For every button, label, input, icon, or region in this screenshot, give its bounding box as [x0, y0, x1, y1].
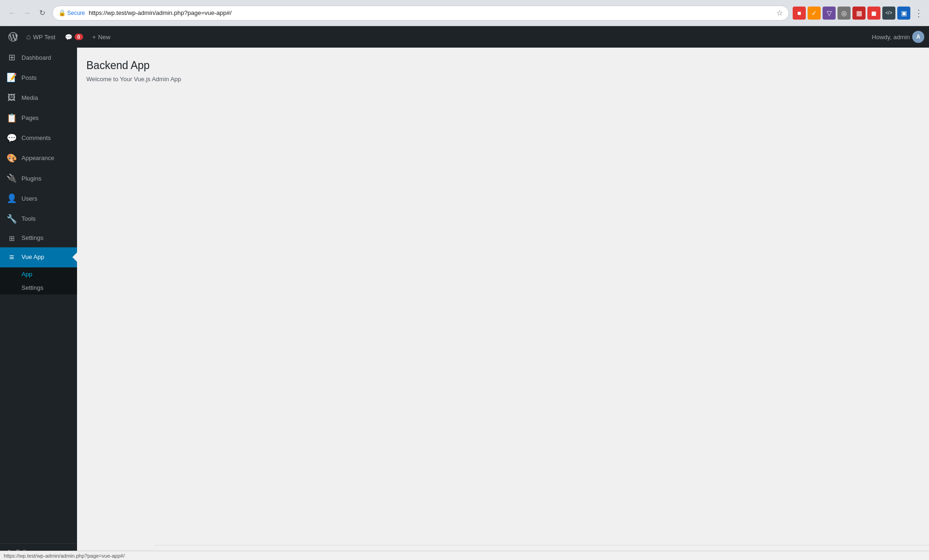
sidebar-item-appearance[interactable]: 🎨 Appearance — [0, 148, 77, 168]
wp-wrapper: ⊞ Dashboard 📝 Posts 🖼 Media 📋 Pages 💬 Co… — [0, 48, 929, 560]
admin-bar-right: Howdy, admin A — [872, 31, 924, 43]
sidebar-item-label: Plugins — [21, 175, 72, 183]
media-icon: 🖼 — [7, 92, 17, 104]
sidebar-item-plugins[interactable]: 🔌 Plugins — [0, 168, 77, 189]
comment-icon: 💬 — [65, 34, 72, 41]
plugins-icon: 🔌 — [7, 173, 17, 184]
subitem-settings-label: Settings — [21, 284, 43, 291]
sidebar-submenu-vue-app: App Settings — [0, 267, 77, 294]
ext-btn-4[interactable]: ◎ — [838, 7, 851, 20]
address-bar[interactable]: 🔒 Secure https://wp.test/wp-admin/admin.… — [52, 6, 789, 21]
ext-btn-1[interactable]: ■ — [793, 7, 806, 20]
admin-bar-site[interactable]: ⌂ WP Test — [21, 26, 60, 48]
sidebar-item-label: Settings — [21, 234, 72, 242]
sidebar-item-label: Comments — [21, 134, 72, 142]
sidebar-item-posts[interactable]: 📝 Posts — [0, 68, 77, 88]
plus-icon: + — [92, 34, 96, 41]
ext-btn-7[interactable]: </> — [882, 7, 895, 20]
comments-count: 0 — [75, 34, 83, 40]
howdy-text: Howdy, admin — [872, 34, 910, 41]
wp-sidebar: ⊞ Dashboard 📝 Posts 🖼 Media 📋 Pages 💬 Co… — [0, 48, 77, 560]
settings-icon: ⊞ — [7, 233, 17, 243]
new-label: New — [98, 34, 110, 41]
back-button[interactable]: ← — [6, 7, 19, 20]
sidebar-item-vue-app-label: Vue App — [21, 253, 72, 261]
browser-status-bar: https://wp.test/wp-admin/admin.php?page=… — [0, 551, 929, 560]
browser-extensions: ■ ✓ ▽ ◎ ▦ ◼ </> ▣ ⋮ — [793, 7, 923, 20]
url-text: https://wp.test/wp-admin/admin.php?page=… — [89, 9, 773, 16]
sidebar-item-comments[interactable]: 💬 Comments — [0, 128, 77, 148]
browser-menu-button[interactable]: ⋮ — [914, 7, 923, 19]
admin-bar-comments[interactable]: 💬 0 — [60, 26, 88, 48]
sidebar-subitem-settings[interactable]: Settings — [0, 281, 77, 294]
sidebar-item-label: Appearance — [21, 154, 72, 162]
subitem-app-label: App — [21, 271, 32, 278]
tools-icon: 🔧 — [7, 213, 17, 225]
status-url: https://wp.test/wp-admin/admin.php?page=… — [4, 553, 125, 559]
sidebar-item-label: Dashboard — [21, 54, 72, 62]
sidebar-item-users[interactable]: 👤 Users — [0, 189, 77, 209]
sidebar-item-label: Pages — [21, 114, 72, 122]
posts-icon: 📝 — [7, 72, 17, 84]
sidebar-item-tools[interactable]: 🔧 Tools — [0, 209, 77, 229]
sidebar-item-label: Tools — [21, 215, 72, 223]
sidebar-item-pages[interactable]: 📋 Pages — [0, 108, 77, 128]
lock-icon: 🔒 — [58, 9, 66, 16]
dashboard-icon: ⊞ — [7, 52, 17, 63]
users-icon: 👤 — [7, 193, 17, 204]
nav-buttons: ← → ↻ — [6, 7, 49, 20]
bookmark-icon[interactable]: ☆ — [776, 8, 783, 17]
active-chevron — [72, 252, 77, 262]
wp-admin-bar: ⌂ WP Test 💬 0 + New Howdy, admin A — [0, 26, 929, 48]
refresh-button[interactable]: ↻ — [35, 7, 49, 20]
sidebar-subitem-app[interactable]: App — [0, 267, 77, 281]
vue-app-icon: ≡ — [7, 252, 17, 263]
ext-btn-3[interactable]: ▽ — [823, 7, 836, 20]
admin-bar-site-name: WP Test — [33, 34, 56, 41]
sidebar-item-label: Media — [21, 94, 72, 102]
home-icon: ⌂ — [26, 33, 31, 41]
ext-btn-6[interactable]: ◼ — [867, 7, 880, 20]
ext-btn-2[interactable]: ✓ — [808, 7, 821, 20]
admin-bar-new[interactable]: + New — [88, 26, 115, 48]
sidebar-item-dashboard[interactable]: ⊞ Dashboard — [0, 48, 77, 68]
admin-bar-left: ⌂ WP Test 💬 0 + New — [5, 26, 872, 48]
pages-icon: 📋 — [7, 112, 17, 124]
ext-btn-8[interactable]: ▣ — [897, 7, 910, 20]
forward-button[interactable]: → — [21, 7, 34, 20]
ext-btn-5[interactable]: ▦ — [852, 7, 866, 20]
wp-content: Backend App Welcome to Your Vue.js Admin… — [77, 48, 929, 560]
page-title: Backend App — [86, 59, 920, 73]
admin-avatar[interactable]: A — [912, 31, 924, 43]
sidebar-item-label: Posts — [21, 74, 72, 82]
sidebar-item-vue-app[interactable]: ≡ Vue App — [0, 247, 77, 267]
secure-badge: 🔒 Secure — [58, 9, 85, 16]
page-subtitle: Welcome to Your Vue.js Admin App — [86, 76, 920, 83]
secure-label: Secure — [67, 10, 85, 16]
sidebar-item-media[interactable]: 🖼 Media — [0, 88, 77, 108]
sidebar-item-label: Users — [21, 195, 72, 203]
appearance-icon: 🎨 — [7, 153, 17, 164]
sidebar-item-settings[interactable]: ⊞ Settings — [0, 229, 77, 247]
wp-logo-button[interactable] — [5, 26, 21, 48]
comments-icon: 💬 — [7, 133, 17, 144]
browser-chrome: ← → ↻ 🔒 Secure https://wp.test/wp-admin/… — [0, 0, 929, 26]
